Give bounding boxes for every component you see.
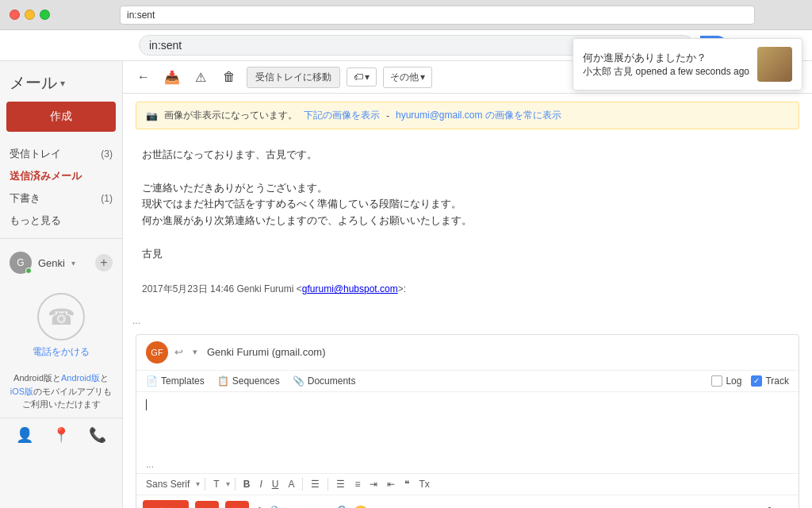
italic-button[interactable]: I [256,477,265,491]
text-cursor [146,399,147,410]
reply-from: Genki Furumi (gmail.com) [207,346,326,358]
notification-title: 何か進展がありましたか？ [583,51,749,65]
sidebar-item-drafts[interactable]: 下書き (1) [0,187,122,210]
attach-icon[interactable]: 📎 [270,505,286,508]
location-icon[interactable]: 📍 [52,426,70,444]
contact-avatar: G [10,252,32,274]
more-label: その他 [390,71,419,84]
font-family-selector[interactable]: Sans Serif [143,477,193,491]
phone-bottom-icon[interactable]: 📞 [89,426,106,444]
text-format-icon[interactable]: A [255,506,264,508]
image-warning-text: 画像が非表示になっています。 [164,109,297,122]
log-checkbox[interactable] [711,375,722,387]
reply-chevron-icon[interactable]: ▾ [193,347,197,357]
labels-button[interactable]: 🏷 ▾ [347,67,377,87]
unordered-list-button[interactable]: ≡ [351,477,363,491]
ios-link[interactable]: iOS版 [10,387,33,396]
always-show-images-link[interactable]: hyurumi@gmail.com の画像を常に表示 [396,109,561,122]
font-size-button[interactable]: T [210,477,222,491]
address-text: in:sent [127,10,155,21]
emoji-icon[interactable]: 🙂 [353,505,369,508]
add-contact-button[interactable]: + [95,254,113,271]
documents-icon: 📎 [293,375,304,387]
send-toolbar: 送信 ⏱ 📅 A 📎 △ 📷 🔗 🙂 🗑 ⋮ [136,495,799,508]
back-button[interactable]: ← [132,66,155,88]
reply-compose-area[interactable] [136,392,799,456]
drive-icon[interactable]: △ [293,505,302,508]
main-content: ← 📥 ⚠ 🗑 受信トレイに移動 🏷 ▾ その他 ▾ 30 / 303 ❮ ❯ … [123,61,812,508]
discard-button[interactable]: 🗑 [764,506,776,508]
show-images-link[interactable]: 下記の画像を表示 [304,109,380,122]
compose-button[interactable]: 作成 [6,102,116,132]
body-line-1: お世話になっております、古見です。 [142,147,793,164]
expand-dots[interactable]: ... [123,314,812,328]
bold-button[interactable]: B [240,477,254,491]
label-icon: 🏷 [354,71,363,83]
sidebar-item-sent[interactable]: 送信済みメール [0,165,122,187]
phone-call-link[interactable]: 電話をかける [33,345,90,359]
font-size-chevron[interactable]: ▾ [226,479,230,488]
send-toolbar-icons: A 📎 △ 📷 🔗 🙂 [255,505,757,508]
phone-icon: ☎ [37,293,85,341]
ordered-list-button[interactable]: ☰ [333,477,348,491]
android-link[interactable]: Android版 [61,373,100,383]
blockquote-button[interactable]: ❝ [401,477,412,491]
more-label: もっと見る [10,214,113,228]
body-line-3: 現状ではまだ社内で話をすすめるべく準備している段階になります。 [142,196,793,213]
sidebar-bottom: 👤 📍 📞 [0,418,122,452]
documents-button[interactable]: 📎 Documents [293,375,356,387]
more-chevron-icon: ▾ [420,71,425,83]
templates-button[interactable]: 📄 Templates [146,375,205,387]
close-button[interactable] [10,10,20,20]
archive-button[interactable]: 📥 [161,66,183,88]
underline-button[interactable]: U [269,477,282,491]
photo-icon[interactable]: 📷 [308,505,324,508]
align-button[interactable]: ☰ [308,477,323,491]
log-item[interactable]: Log [711,375,741,387]
sequences-button[interactable]: 📋 Sequences [217,375,280,387]
clear-format-button[interactable]: Tx [416,477,432,491]
indent-button[interactable]: ⇥ [366,477,381,491]
outdent-button[interactable]: ⇤ [384,477,398,491]
send-schedule-button[interactable]: ⏱ [195,501,219,508]
quote-email-link[interactable]: gfurumi@hubspot.com [302,283,398,294]
log-label: Log [726,375,741,387]
track-checkbox[interactable]: ✓ [751,375,762,387]
reply-actions-row: 📄 Templates 📋 Sequences 📎 Documents [136,371,799,392]
delete-button[interactable]: 🗑 [218,66,240,88]
maximize-button[interactable] [40,10,50,20]
sent-label: 送信済みメール [10,169,113,183]
reply-more-dots[interactable]: ... [136,456,799,473]
report-spam-button[interactable]: ⚠ [190,66,212,88]
send-button[interactable]: 送信 [143,500,189,508]
send-calendar-button[interactable]: 📅 [225,501,249,508]
reply-avatar-initials: GF [151,348,163,357]
font-family-chevron[interactable]: ▾ [196,479,200,488]
body-quote-header: 2017年5月23日 14:46 Genki Furumi <gfurumi@h… [142,279,793,300]
sidebar-phone-section: ☎ 電話をかける [0,280,122,365]
reply-track-area: Log ✓ Track [711,375,789,387]
address-bar[interactable]: in:sent [120,6,755,25]
people-icon[interactable]: 👤 [16,426,33,444]
text-color-button[interactable]: A [285,477,297,491]
minimize-button[interactable] [25,10,35,20]
sidebar-contact-genki[interactable]: G Genki ▾ + [0,245,122,280]
more-button[interactable]: その他 ▾ [383,67,432,88]
app-title-chevron[interactable]: ▾ [60,78,65,89]
sidebar-item-more[interactable]: もっと見る [0,210,122,232]
app-title: メール [10,72,57,94]
email-body: お世話になっております、古見です。 ご連絡いただきありがとうございます。 現状で… [123,137,812,314]
sidebar-header: メール ▾ [0,69,122,102]
format-toolbar: Sans Serif ▾ T ▾ B I U A ☰ ☰ ≡ ⇥ ⇤ [136,473,799,495]
sidebar-item-inbox[interactable]: 受信トレイ (3) [0,143,122,165]
format-separator-3 [302,478,303,491]
email-area: 📷 画像が非表示になっています。 下記の画像を表示 - hyurumi@gmai… [123,94,812,508]
sequences-label: Sequences [232,375,280,387]
link-icon[interactable]: 🔗 [331,505,347,508]
reply-icon[interactable]: ↩ [174,346,183,358]
track-item[interactable]: ✓ Track [751,375,789,387]
image-icon: 📷 [146,110,158,121]
contact-chevron-icon: ▾ [71,259,75,267]
sequences-icon: 📋 [217,375,229,387]
move-to-inbox-button[interactable]: 受信トレイに移動 [247,67,340,88]
